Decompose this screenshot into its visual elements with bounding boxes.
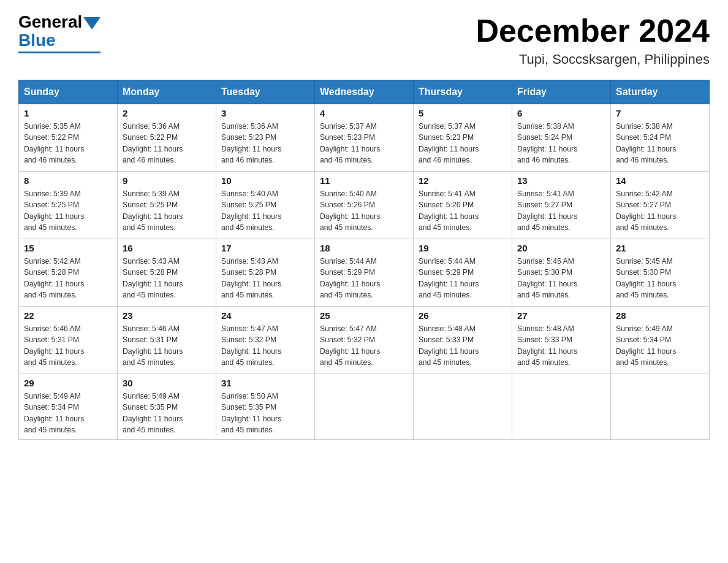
day-info: Sunrise: 5:37 AM Sunset: 5:23 PM Dayligh… [419, 121, 507, 166]
header-thursday: Thursday [414, 80, 512, 104]
day-number: 2 [123, 108, 211, 118]
location: Tupi, Soccsksargen, Philippines [476, 52, 710, 67]
calendar-body: 1 Sunrise: 5:35 AM Sunset: 5:22 PM Dayli… [19, 104, 710, 440]
day-number: 27 [517, 310, 605, 321]
week-row-3: 15 Sunrise: 5:42 AM Sunset: 5:28 PM Dayl… [19, 239, 710, 307]
calendar-cell [315, 374, 414, 440]
week-row-2: 8 Sunrise: 5:39 AM Sunset: 5:25 PM Dayli… [19, 172, 710, 239]
day-number: 11 [320, 175, 408, 186]
calendar-cell: 4 Sunrise: 5:37 AM Sunset: 5:23 PM Dayli… [315, 104, 414, 172]
day-number: 9 [123, 175, 211, 186]
calendar-cell: 20 Sunrise: 5:45 AM Sunset: 5:30 PM Dayl… [512, 239, 611, 307]
day-info: Sunrise: 5:44 AM Sunset: 5:29 PM Dayligh… [419, 256, 507, 301]
calendar-cell [512, 374, 611, 440]
day-number: 20 [517, 243, 605, 253]
calendar-cell: 10 Sunrise: 5:40 AM Sunset: 5:25 PM Dayl… [216, 172, 315, 239]
day-number: 4 [320, 108, 408, 118]
day-number: 13 [517, 175, 605, 186]
day-number: 28 [616, 310, 704, 321]
day-number: 12 [419, 175, 507, 186]
day-number: 24 [221, 310, 309, 321]
calendar-cell: 27 Sunrise: 5:48 AM Sunset: 5:33 PM Dayl… [512, 307, 611, 374]
day-number: 21 [616, 243, 704, 253]
calendar-cell: 5 Sunrise: 5:37 AM Sunset: 5:23 PM Dayli… [414, 104, 512, 172]
week-row-5: 29 Sunrise: 5:49 AM Sunset: 5:34 PM Dayl… [19, 374, 710, 440]
calendar-cell: 24 Sunrise: 5:47 AM Sunset: 5:32 PM Dayl… [216, 307, 315, 374]
day-number: 7 [616, 108, 704, 118]
calendar-header: SundayMondayTuesdayWednesdayThursdayFrid… [19, 80, 710, 104]
calendar-cell: 8 Sunrise: 5:39 AM Sunset: 5:25 PM Dayli… [19, 172, 118, 239]
logo-triangle-icon [83, 17, 100, 29]
calendar-table: SundayMondayTuesdayWednesdayThursdayFrid… [18, 80, 710, 440]
month-title: December 2024 [476, 12, 710, 49]
day-number: 19 [419, 243, 507, 253]
day-info: Sunrise: 5:49 AM Sunset: 5:34 PM Dayligh… [616, 323, 704, 368]
header-wednesday: Wednesday [315, 80, 414, 104]
day-number: 3 [221, 108, 309, 118]
day-info: Sunrise: 5:39 AM Sunset: 5:25 PM Dayligh… [123, 188, 211, 233]
page-header: General Blue December 2024 Tupi, Soccsks… [18, 12, 710, 67]
calendar-cell: 25 Sunrise: 5:47 AM Sunset: 5:32 PM Dayl… [315, 307, 414, 374]
header-sunday: Sunday [19, 80, 118, 104]
day-number: 8 [24, 175, 112, 186]
day-number: 1 [24, 108, 112, 118]
day-info: Sunrise: 5:38 AM Sunset: 5:24 PM Dayligh… [616, 121, 704, 166]
week-row-1: 1 Sunrise: 5:35 AM Sunset: 5:22 PM Dayli… [19, 104, 710, 172]
calendar-cell: 18 Sunrise: 5:44 AM Sunset: 5:29 PM Dayl… [315, 239, 414, 307]
header-tuesday: Tuesday [216, 80, 315, 104]
day-number: 26 [419, 310, 507, 321]
calendar-cell: 14 Sunrise: 5:42 AM Sunset: 5:27 PM Dayl… [611, 172, 710, 239]
day-info: Sunrise: 5:48 AM Sunset: 5:33 PM Dayligh… [517, 323, 605, 368]
day-number: 16 [123, 243, 211, 253]
calendar-cell [414, 374, 512, 440]
header-monday: Monday [118, 80, 216, 104]
day-info: Sunrise: 5:50 AM Sunset: 5:35 PM Dayligh… [221, 391, 309, 435]
logo-text: General [18, 12, 100, 32]
day-info: Sunrise: 5:49 AM Sunset: 5:34 PM Dayligh… [24, 391, 112, 435]
logo: General Blue [18, 12, 100, 53]
day-info: Sunrise: 5:47 AM Sunset: 5:32 PM Dayligh… [221, 323, 309, 368]
calendar-cell: 19 Sunrise: 5:44 AM Sunset: 5:29 PM Dayl… [414, 239, 512, 307]
logo-underline [18, 52, 100, 53]
day-number: 29 [24, 378, 112, 388]
calendar-cell: 1 Sunrise: 5:35 AM Sunset: 5:22 PM Dayli… [19, 104, 118, 172]
week-row-4: 22 Sunrise: 5:46 AM Sunset: 5:31 PM Dayl… [19, 307, 710, 374]
day-number: 22 [24, 310, 112, 321]
day-info: Sunrise: 5:40 AM Sunset: 5:26 PM Dayligh… [320, 188, 408, 233]
calendar-cell: 22 Sunrise: 5:46 AM Sunset: 5:31 PM Dayl… [19, 307, 118, 374]
calendar-cell: 12 Sunrise: 5:41 AM Sunset: 5:26 PM Dayl… [414, 172, 512, 239]
day-info: Sunrise: 5:40 AM Sunset: 5:25 PM Dayligh… [221, 188, 309, 233]
calendar-cell: 23 Sunrise: 5:46 AM Sunset: 5:31 PM Dayl… [118, 307, 216, 374]
calendar-cell: 29 Sunrise: 5:49 AM Sunset: 5:34 PM Dayl… [19, 374, 118, 440]
day-info: Sunrise: 5:37 AM Sunset: 5:23 PM Dayligh… [320, 121, 408, 166]
calendar-cell: 7 Sunrise: 5:38 AM Sunset: 5:24 PM Dayli… [611, 104, 710, 172]
calendar-cell: 3 Sunrise: 5:36 AM Sunset: 5:23 PM Dayli… [216, 104, 315, 172]
calendar-cell: 9 Sunrise: 5:39 AM Sunset: 5:25 PM Dayli… [118, 172, 216, 239]
day-number: 15 [24, 243, 112, 253]
header-saturday: Saturday [611, 80, 710, 104]
day-number: 25 [320, 310, 408, 321]
day-number: 30 [123, 378, 211, 388]
day-info: Sunrise: 5:47 AM Sunset: 5:32 PM Dayligh… [320, 323, 408, 368]
day-info: Sunrise: 5:41 AM Sunset: 5:27 PM Dayligh… [517, 188, 605, 233]
title-section: December 2024 Tupi, Soccsksargen, Philip… [476, 12, 710, 67]
day-info: Sunrise: 5:43 AM Sunset: 5:28 PM Dayligh… [221, 256, 309, 301]
day-number: 23 [123, 310, 211, 321]
calendar-cell: 30 Sunrise: 5:49 AM Sunset: 5:35 PM Dayl… [118, 374, 216, 440]
day-info: Sunrise: 5:46 AM Sunset: 5:31 PM Dayligh… [123, 323, 211, 368]
day-info: Sunrise: 5:42 AM Sunset: 5:28 PM Dayligh… [24, 256, 112, 301]
day-number: 14 [616, 175, 704, 186]
calendar-cell: 21 Sunrise: 5:45 AM Sunset: 5:30 PM Dayl… [611, 239, 710, 307]
day-info: Sunrise: 5:43 AM Sunset: 5:28 PM Dayligh… [123, 256, 211, 301]
calendar-cell: 31 Sunrise: 5:50 AM Sunset: 5:35 PM Dayl… [216, 374, 315, 440]
calendar-cell: 17 Sunrise: 5:43 AM Sunset: 5:28 PM Dayl… [216, 239, 315, 307]
logo-blue-text: Blue [18, 31, 56, 50]
day-info: Sunrise: 5:48 AM Sunset: 5:33 PM Dayligh… [419, 323, 507, 368]
logo-general: General [18, 12, 82, 32]
day-info: Sunrise: 5:45 AM Sunset: 5:30 PM Dayligh… [517, 256, 605, 301]
calendar-cell: 26 Sunrise: 5:48 AM Sunset: 5:33 PM Dayl… [414, 307, 512, 374]
calendar-cell: 11 Sunrise: 5:40 AM Sunset: 5:26 PM Dayl… [315, 172, 414, 239]
calendar-cell: 6 Sunrise: 5:38 AM Sunset: 5:24 PM Dayli… [512, 104, 611, 172]
day-number: 10 [221, 175, 309, 186]
day-number: 5 [419, 108, 507, 118]
